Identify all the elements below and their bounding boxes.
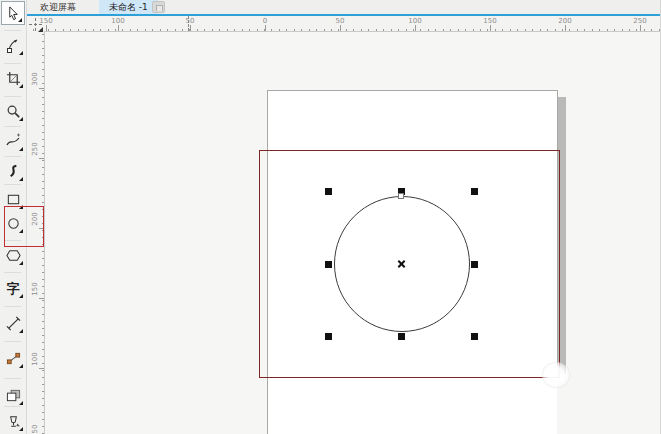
v-ruler-label: 100 [31, 351, 39, 367]
ruler-tick [644, 29, 645, 31]
toolbox-divider [4, 341, 21, 342]
flyout-arrow-icon [19, 364, 23, 368]
ruler-tick [42, 384, 44, 385]
ruler-tick [42, 83, 44, 84]
flyout-arrow-icon [19, 427, 23, 431]
app-window: { "tabs": { "welcome": "欢迎屏幕", "document… [0, 0, 661, 434]
ruler-tick [212, 29, 213, 31]
ruler-tick [182, 29, 183, 31]
ruler-tick [42, 167, 44, 168]
ruler-tick [42, 139, 44, 140]
h-ruler-label: 100 [408, 17, 421, 25]
selection-handle[interactable] [471, 333, 478, 340]
ruler-tick [353, 29, 354, 31]
dimension-tool[interactable] [1, 311, 25, 335]
freehand-tool[interactable] [1, 129, 25, 153]
drop-shadow-tool[interactable] [1, 383, 25, 407]
zoom-tool[interactable] [1, 99, 25, 123]
ruler-tick [242, 29, 243, 31]
ruler-tick [63, 29, 64, 31]
selection-handle[interactable] [471, 188, 478, 195]
selection-handle[interactable] [325, 188, 332, 195]
selection-handle[interactable] [398, 333, 405, 340]
ruler-tick [42, 125, 44, 126]
ruler-tick [286, 29, 287, 31]
tab-welcome-screen[interactable]: 欢迎屏幕 [30, 0, 86, 14]
ruler-tick [584, 29, 585, 31]
ruler-tick [42, 412, 44, 413]
ruler-tick [42, 97, 44, 98]
ruler-tick [42, 132, 44, 133]
ruler-tick [42, 398, 44, 399]
ruler-tick [42, 279, 44, 280]
fill-tool[interactable] [1, 409, 25, 433]
ruler-tick [331, 29, 332, 31]
selection-center-marker[interactable] [397, 259, 406, 268]
ruler-major-tick [415, 25, 416, 31]
ruler-tick [42, 286, 44, 287]
selection-handle[interactable] [325, 261, 332, 268]
ellipse-node[interactable] [398, 193, 404, 199]
ruler-tick [85, 29, 86, 31]
ruler-major-tick [265, 25, 266, 31]
ruler-tick [42, 195, 44, 196]
ruler-tick [391, 29, 392, 31]
v-ruler-label: 150 [31, 281, 39, 297]
ruler-tick [42, 335, 44, 336]
ruler-tick [42, 251, 44, 252]
h-ruler-label: 0 [263, 17, 267, 25]
ruler-tick [122, 29, 123, 31]
ruler-tick [435, 29, 436, 31]
flyout-arrow-icon [19, 51, 23, 55]
ruler-tick [42, 41, 44, 42]
flyout-arrow-icon [19, 294, 23, 298]
ruler-tick [204, 29, 205, 31]
ruler-tick [42, 90, 44, 91]
tabstrip-accent-line [26, 14, 661, 16]
toolbox-divider [4, 126, 21, 127]
ruler-tick [569, 29, 570, 31]
artistic-media-tool[interactable] [1, 159, 25, 183]
ruler-tick [383, 29, 384, 31]
pick-tool[interactable] [1, 1, 25, 25]
ruler-tick [42, 174, 44, 175]
ruler-tick [42, 62, 44, 63]
ruler-tick [42, 419, 44, 420]
ruler-major-tick [340, 25, 341, 31]
connector-tool[interactable] [1, 346, 25, 370]
ruler-tick [234, 29, 235, 31]
ruler-tick [42, 34, 44, 35]
shape-tool[interactable] [1, 33, 25, 57]
ruler-tick [480, 29, 481, 31]
ruler-tick [42, 118, 44, 119]
h-ruler-label: 200 [558, 17, 571, 25]
ruler-origin-crosshair-icon[interactable] [29, 18, 42, 31]
ruler-tick [622, 29, 623, 31]
ruler-tick [517, 29, 518, 31]
lock-icon[interactable] [152, 1, 165, 13]
crop-tool[interactable] [1, 66, 25, 90]
text-tool[interactable]: 字 [1, 276, 25, 300]
selection-handle[interactable] [471, 261, 478, 268]
flyout-arrow-icon [19, 261, 23, 265]
ruler-tick [42, 363, 44, 364]
selection-handle[interactable] [325, 333, 332, 340]
ruler-tick [257, 29, 258, 31]
ruler-tick [316, 29, 317, 31]
flyout-arrow-icon [19, 177, 23, 181]
ruler-tick [152, 29, 153, 31]
drawing-canvas[interactable] [45, 31, 661, 434]
toolbox-divider [4, 272, 21, 273]
ruler-tick [361, 29, 362, 31]
ruler-tick [42, 111, 44, 112]
ruler-tick [42, 314, 44, 315]
toolbox-divider [4, 306, 21, 307]
ruler-tick [525, 29, 526, 31]
ruler-tick [137, 29, 138, 31]
tab-untitled-document[interactable]: 未命名 -1 [99, 0, 158, 14]
ruler-tick [42, 426, 44, 427]
toolbox-divider [4, 96, 21, 97]
ruler-tick [160, 29, 161, 31]
h-ruler-label: 100 [111, 17, 124, 25]
ruler-major-tick [39, 158, 44, 159]
